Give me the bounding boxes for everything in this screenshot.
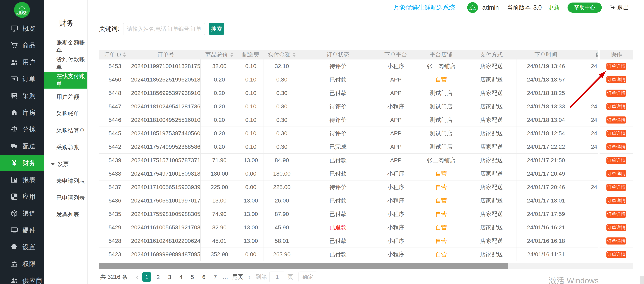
- submenu-subitem-2[interactable]: 发票列表: [44, 206, 88, 223]
- page-button-2[interactable]: 2: [154, 272, 162, 282]
- sidebar-item-cart[interactable]: 商品: [0, 37, 44, 54]
- sidebar-item-cube[interactable]: 渠道: [0, 205, 44, 222]
- page-button-5[interactable]: 5: [188, 272, 197, 282]
- cell-platform: 小程序: [376, 60, 416, 73]
- search-input[interactable]: [123, 23, 205, 35]
- last-page-button[interactable]: 尾页: [232, 273, 244, 281]
- cell-paid: 180.00: [263, 167, 300, 180]
- order-detail-button[interactable]: 订单详情: [606, 211, 626, 218]
- cell-pay: 店家配送: [466, 234, 516, 247]
- logout-button[interactable]: 退出: [609, 4, 629, 12]
- cell-shop: 测试门店: [416, 86, 466, 100]
- cell-order_no: 2024011750551001997017: [131, 194, 200, 207]
- submenu-item-2[interactable]: 在线支付账单: [44, 72, 88, 89]
- cell-fee: 0.10: [238, 60, 263, 73]
- submenu-item-1[interactable]: 货到付款账单: [44, 55, 88, 72]
- order-detail-button[interactable]: 订单详情: [606, 116, 626, 123]
- order-detail-button[interactable]: 订单详情: [606, 130, 626, 137]
- sidebar-item-chart[interactable]: 报表: [0, 171, 44, 188]
- search-row: 关键词: 搜索: [99, 23, 644, 35]
- sidebar-item-suppliers[interactable]: 供应商: [0, 272, 44, 284]
- table-row: 54372024011710056515903939225.000.00225.…: [99, 181, 598, 194]
- prev-page-button[interactable]: ‹: [136, 273, 138, 281]
- goto-page-input[interactable]: [269, 271, 285, 282]
- cell-platform: 小程序: [376, 100, 416, 113]
- table-row: 5428202401161024810220062445.0113.0058.0…: [99, 234, 598, 248]
- sort-icon[interactable]: [123, 52, 126, 57]
- sidebar-item-apps[interactable]: 应用: [0, 188, 44, 205]
- column-header[interactable]: 实付金额: [263, 50, 300, 60]
- cell-time2_partial: 24: [575, 181, 598, 194]
- sidebar-item-bank[interactable]: 权限: [0, 255, 44, 272]
- table-scroll-area[interactable]: 订单ID订单号商品总价配送费实付金额订单状态下单平台平台店铺支付方式下单时间配 …: [99, 50, 598, 261]
- cell-time2_partial: [575, 154, 598, 167]
- vertical-scrollbar-thumb[interactable]: [640, 276, 644, 284]
- column-header[interactable]: 订单ID: [99, 50, 131, 60]
- topbar: 万象优鲜生鲜配送系统 万象优鲜 admin 当前版本3.0 更新 帮助中心 退出: [88, 0, 644, 15]
- order-detail-button[interactable]: 订单详情: [606, 224, 626, 231]
- submenu-item-4[interactable]: 采购账单: [44, 105, 88, 122]
- submenu-subitem-0[interactable]: 未申请列表: [44, 173, 88, 189]
- page-button-7[interactable]: 7: [211, 272, 220, 282]
- order-detail-button[interactable]: 订单详情: [606, 251, 626, 258]
- search-button[interactable]: 搜索: [209, 23, 224, 35]
- system-name-link[interactable]: 万象优鲜生鲜配送系统: [393, 3, 455, 12]
- cell-time: 24/01/18 13:33: [516, 100, 575, 113]
- avatar-text: 万象优鲜: [469, 9, 476, 11]
- cell-shop: 自营: [416, 248, 466, 261]
- cell-platform: 小程序: [376, 167, 416, 180]
- avatar[interactable]: 万象优鲜: [467, 2, 478, 13]
- submenu-subitem-1[interactable]: 已申请列表: [44, 189, 88, 206]
- cell-platform: 小程序: [376, 194, 416, 207]
- goto-confirm-button[interactable]: 确定: [298, 271, 317, 282]
- order-detail-button[interactable]: 订单详情: [606, 76, 626, 83]
- horizontal-scrollbar-thumb[interactable]: [99, 263, 508, 269]
- page-button-3[interactable]: 3: [165, 272, 174, 282]
- order-detail-button[interactable]: 订单详情: [606, 103, 626, 110]
- horizontal-scrollbar[interactable]: [99, 263, 633, 269]
- cell-shop: 张三肉铺店: [416, 154, 466, 167]
- sidebar-item-puzzle[interactable]: 设置: [0, 239, 44, 255]
- submenu-item-5[interactable]: 采购结算单: [44, 122, 88, 139]
- cell-pay: 店家配送: [466, 154, 516, 167]
- sidebar-item-bill[interactable]: 订单: [0, 71, 44, 87]
- cell-time: 24/01/18 13:04: [516, 113, 575, 126]
- page-button-6[interactable]: 6: [200, 272, 208, 282]
- sidebar-item-users[interactable]: 用户: [0, 54, 44, 71]
- submenu-item-3[interactable]: 用户差额: [44, 89, 88, 105]
- help-center-button[interactable]: 帮助中心: [568, 3, 602, 13]
- sort-icon[interactable]: [293, 52, 296, 57]
- sidebar-item-scale[interactable]: 分拣: [0, 121, 44, 138]
- cell-order_no: 2024011610248102200624: [131, 234, 200, 247]
- cell-fee: 0.00: [238, 181, 263, 194]
- cell-time2_partial: [575, 248, 598, 261]
- page-ellipsis: ...: [222, 274, 228, 280]
- order-detail-button[interactable]: 订单详情: [606, 237, 626, 244]
- order-detail-button[interactable]: 订单详情: [606, 90, 626, 97]
- sidebar-item-truck[interactable]: 配送: [0, 138, 44, 155]
- submenu-group-invoice[interactable]: 发票: [44, 156, 88, 173]
- order-detail-button[interactable]: 订单详情: [606, 184, 626, 191]
- update-link[interactable]: 更新: [548, 4, 560, 12]
- sidebar-item-yuan[interactable]: ¥财务: [0, 155, 44, 171]
- sidebar-item-monitor[interactable]: 概览: [0, 20, 44, 37]
- action-row: 订单详情: [600, 140, 633, 154]
- sidebar-item-hardware[interactable]: 硬件: [0, 222, 44, 239]
- submenu-item-6[interactable]: 采购总账: [44, 139, 88, 156]
- order-detail-button[interactable]: 订单详情: [606, 170, 626, 177]
- page-button-4[interactable]: 4: [176, 272, 185, 282]
- next-page-button[interactable]: ›: [248, 273, 251, 281]
- column-header[interactable]: 商品总价: [200, 50, 238, 60]
- table-row: 5436202401175055100199701713.0013.0026.0…: [99, 194, 598, 207]
- order-detail-button[interactable]: 订单详情: [606, 63, 626, 70]
- submenu-item-0[interactable]: 账期金额账单: [44, 38, 88, 55]
- sidebar-item-home[interactable]: 库房: [0, 104, 44, 121]
- order-detail-button[interactable]: 订单详情: [606, 197, 626, 204]
- cell-time2_partial: [575, 194, 598, 207]
- sidebar-item-procure[interactable]: 采购: [0, 87, 44, 104]
- sort-icon[interactable]: [230, 52, 233, 57]
- page-button-1[interactable]: 1: [142, 272, 151, 282]
- divider: [88, 40, 644, 40]
- order-detail-button[interactable]: 订单详情: [606, 143, 626, 151]
- order-detail-button[interactable]: 订单详情: [606, 157, 626, 164]
